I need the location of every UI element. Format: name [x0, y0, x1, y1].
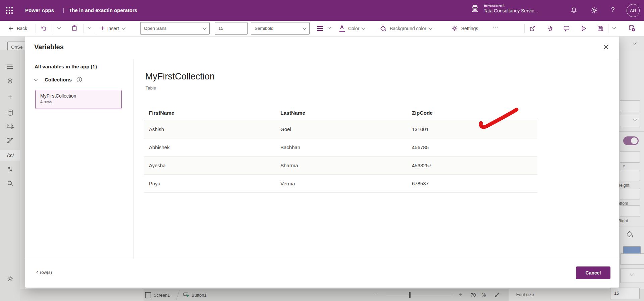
- button-control-icon: [183, 292, 190, 298]
- insert-button[interactable]: + Insert: [101, 21, 125, 36]
- save-icon[interactable]: [597, 25, 604, 32]
- rail-advanced-tools-icon[interactable]: [0, 164, 20, 175]
- zoom-in-icon[interactable]: +: [459, 291, 462, 298]
- paste-clipboard-icon[interactable]: [71, 25, 78, 32]
- property-input-height[interactable]: [620, 170, 640, 181]
- notifications-bell-icon[interactable]: [570, 7, 578, 14]
- column-header: LastName: [275, 110, 407, 116]
- row-count: 4 row(s): [36, 270, 52, 275]
- help-icon[interactable]: ?: [611, 6, 615, 13]
- zoom-slider-handle[interactable]: [409, 292, 411, 298]
- align-chevron-icon[interactable]: [327, 25, 331, 29]
- collections-group-toggle[interactable]: Collections: [35, 77, 82, 82]
- property-selector-value: OnSe: [11, 45, 23, 50]
- breadcrumb-screen-label: Screen1: [154, 293, 170, 298]
- font-size-property-input[interactable]: 15: [610, 288, 640, 299]
- insert-label: Insert: [107, 26, 119, 31]
- divider: [36, 24, 36, 33]
- avatar[interactable]: AG: [627, 4, 640, 17]
- info-icon[interactable]: [76, 77, 82, 82]
- rail-power-automate-icon[interactable]: [0, 135, 20, 146]
- undo-menu-chevron-icon[interactable]: [57, 25, 61, 29]
- cell-zipcode: 4533257: [407, 163, 537, 168]
- rail-settings-gear-icon[interactable]: [0, 273, 20, 284]
- text-align-icon[interactable]: [317, 26, 323, 31]
- property-input-bottom[interactable]: [620, 188, 640, 199]
- close-icon[interactable]: [601, 42, 611, 52]
- font-size-input[interactable]: 15: [215, 22, 248, 35]
- rail-data-icon[interactable]: [0, 107, 20, 118]
- rail-variables-icon[interactable]: (x): [0, 150, 20, 161]
- font-color-button[interactable]: A Color: [339, 21, 365, 36]
- chevron-down-icon: [122, 26, 125, 29]
- collection-list-item[interactable]: MyFirstCollection 4 rows: [35, 90, 122, 109]
- back-label: Back: [17, 26, 27, 31]
- zoom-out-icon[interactable]: −: [374, 291, 377, 297]
- page-title: The in and exactin operators: [69, 7, 137, 13]
- publish-icon[interactable]: [628, 24, 636, 32]
- preview-play-icon[interactable]: [580, 25, 587, 32]
- collection-title: MyFirstCollection: [145, 71, 215, 82]
- zoom-unit: %: [482, 292, 486, 298]
- zoom-value: 70: [471, 292, 476, 298]
- font-color-icon: A: [339, 25, 345, 32]
- paint-bucket-icon: [380, 25, 387, 32]
- divider: [25, 259, 619, 259]
- chevron-down-icon: [362, 26, 365, 29]
- fill-paint-bucket-icon[interactable]: [626, 230, 634, 238]
- settings-button[interactable]: Settings: [451, 21, 478, 36]
- comments-icon[interactable]: [563, 25, 570, 32]
- app-checker-stethoscope-icon[interactable]: [546, 25, 553, 32]
- divider: [619, 227, 644, 227]
- rail-tree-view-icon[interactable]: [0, 75, 20, 87]
- divider: [133, 59, 134, 259]
- background-color-button[interactable]: Background color: [380, 21, 432, 36]
- divider: [608, 24, 608, 33]
- property-input-y[interactable]: [620, 151, 640, 163]
- property-dropdown-bottom[interactable]: [620, 268, 644, 283]
- font-weight-dropdown[interactable]: Semibold: [251, 22, 310, 35]
- font-family-dropdown[interactable]: Open Sans: [140, 22, 210, 35]
- divider: [96, 24, 96, 33]
- more-commands-icon[interactable]: ⋯: [492, 23, 498, 31]
- cell-lastname: Verma: [275, 181, 407, 186]
- divider: [53, 24, 53, 33]
- red-pen-annotation: [476, 105, 523, 131]
- app-header: Power Apps | The in and exactin operator…: [0, 0, 644, 21]
- cell-firstname: Ashish: [144, 126, 275, 132]
- rail-media-icon[interactable]: [0, 121, 20, 132]
- property-dropdown[interactable]: [620, 115, 640, 127]
- back-button[interactable]: Back: [8, 21, 27, 36]
- settings-gear-icon[interactable]: [590, 6, 598, 14]
- property-input-partial[interactable]: [620, 253, 644, 265]
- cell-zipcode: 456785: [407, 144, 537, 150]
- tree-panel-edge: [20, 50, 25, 301]
- environment-picker[interactable]: Environment Tata Consultancy Servic...: [470, 3, 538, 13]
- undo-icon[interactable]: [40, 25, 47, 32]
- property-input-right[interactable]: [620, 205, 640, 217]
- font-family-value: Open Sans: [144, 26, 167, 31]
- rail-insert-plus-icon[interactable]: +: [0, 91, 20, 103]
- environment-label: Environment: [484, 3, 538, 7]
- breadcrumb-screen[interactable]: Screen1: [145, 291, 170, 299]
- zoom-slider-track[interactable]: [386, 295, 453, 295]
- save-menu-chevron-icon[interactable]: [612, 25, 616, 29]
- back-arrow-icon: [8, 25, 14, 32]
- paste-menu-chevron-icon[interactable]: [88, 25, 91, 29]
- waffle-icon[interactable]: [5, 6, 14, 15]
- chevron-down-icon: [303, 26, 306, 29]
- rail-search-icon[interactable]: [0, 178, 20, 189]
- table-row: Ayesha Sharma 4533257: [144, 157, 537, 175]
- collection-subtitle: Table: [146, 85, 156, 91]
- brand-name[interactable]: Power Apps: [25, 7, 54, 13]
- breadcrumb-control[interactable]: Button1: [183, 291, 207, 299]
- environment-name: Tata Consultancy Servic...: [484, 8, 538, 13]
- cancel-button[interactable]: Cancel: [576, 266, 610, 279]
- share-icon[interactable]: [529, 25, 536, 32]
- fit-to-window-icon[interactable]: [494, 292, 500, 298]
- property-input[interactable]: [620, 100, 640, 112]
- rail-menu-icon[interactable]: [0, 61, 20, 72]
- cell-zipcode: 678537: [407, 181, 537, 186]
- font-size-label: Font size: [516, 292, 534, 297]
- property-toggle[interactable]: [623, 136, 639, 145]
